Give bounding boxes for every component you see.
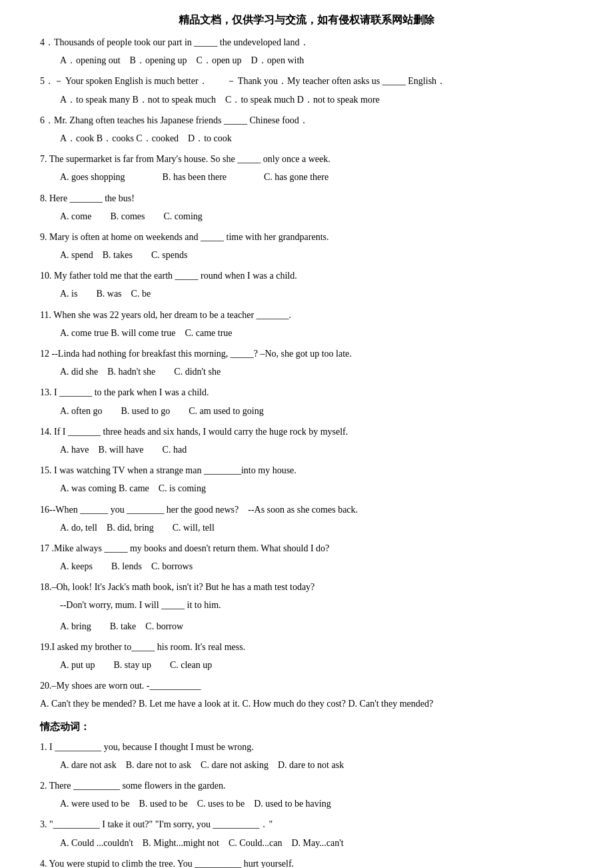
question-4: 4．Thousands of people took our part in _… bbox=[40, 34, 573, 69]
question-9-options: A. spend B. takes C. spends bbox=[60, 247, 573, 263]
s2-question-3-options: A. Could ...couldn't B. Might...might no… bbox=[60, 835, 573, 851]
s2-question-2-options: A. were used to be B. used to be C. uses… bbox=[60, 795, 573, 812]
question-14-text: 14. If I _______ three heads and six han… bbox=[40, 423, 573, 440]
question-5: 5．－ Your spoken English is much better． … bbox=[40, 73, 573, 107]
question-13-text: 13. I _______ to the park when I was a c… bbox=[40, 384, 573, 401]
s2-question-3-text: 3. "__________ I take it out?" "I'm sorr… bbox=[40, 816, 573, 833]
question-18: 18.–Oh, look! It's Jack's math book, isn… bbox=[40, 579, 573, 635]
question-9-text: 9. Mary is often at home on weekends and… bbox=[40, 229, 573, 245]
question-12: 12 --Linda had nothing for breakfast thi… bbox=[40, 345, 573, 380]
question-18-text: 18.–Oh, look! It's Jack's math book, isn… bbox=[40, 579, 573, 595]
question-7-options: A. goes shopping B. has been there C. ha… bbox=[60, 169, 573, 185]
question-14: 14. If I _______ three heads and six han… bbox=[40, 423, 573, 458]
question-18-sub: --Don't worry, mum. I will _____ it to h… bbox=[60, 597, 573, 613]
question-4-text: 4．Thousands of people took our part in _… bbox=[40, 34, 573, 51]
question-8-text: 8. Here _______ the bus! bbox=[40, 190, 573, 207]
question-10-options: A. is B. was C. be bbox=[60, 285, 573, 302]
question-5-text: 5．－ Your spoken English is much better． … bbox=[40, 73, 573, 89]
question-4-options: A．opening out B．opening up C．open up D．o… bbox=[60, 52, 573, 69]
question-20-options: A. Can't they be mended? B. Let me have … bbox=[40, 695, 573, 712]
question-16-options: A. do, tell B. did, bring C. will, tell bbox=[60, 519, 573, 536]
question-17-options: A. keeps B. lends C. borrows bbox=[60, 558, 573, 575]
question-11-options: A. come true B. will come true C. came t… bbox=[60, 325, 573, 341]
question-6-options: A．cook B．cooks C．cooked D．to cook bbox=[60, 130, 573, 147]
question-7-text: 7. The supermarket is far from Mary's ho… bbox=[40, 151, 573, 167]
s2-question-1-options: A. dare not ask B. dare not to ask C. da… bbox=[60, 757, 573, 773]
question-12-options: A. did she B. hadn't she C. didn't she bbox=[60, 363, 573, 380]
question-20: 20.–My shoes are worn out. -___________ … bbox=[40, 677, 573, 712]
question-20-text: 20.–My shoes are worn out. -___________ bbox=[40, 677, 573, 694]
s2-question-1: 1. I __________ you, because I thought I… bbox=[40, 739, 573, 773]
question-19: 19.I asked my brother to_____ his room. … bbox=[40, 639, 573, 673]
question-15: 15. I was watching TV when a strange man… bbox=[40, 462, 573, 497]
question-6-text: 6．Mr. Zhang often teaches his Japanese f… bbox=[40, 112, 573, 129]
question-15-text: 15. I was watching TV when a strange man… bbox=[40, 462, 573, 479]
question-10: 10. My father told me that the earth ___… bbox=[40, 267, 573, 302]
question-18-options: A. bring B. take C. borrow bbox=[60, 618, 573, 635]
question-12-text: 12 --Linda had nothing for breakfast thi… bbox=[40, 345, 573, 362]
section2-title: 情态动词： bbox=[40, 718, 573, 736]
question-11: 11. When she was 22 years old, her dream… bbox=[40, 307, 573, 341]
watermark-text: 精品文档，仅供学习与交流，如有侵权请联系网站删除 bbox=[40, 13, 573, 27]
question-11-text: 11. When she was 22 years old, her dream… bbox=[40, 307, 573, 323]
question-6: 6．Mr. Zhang often teaches his Japanese f… bbox=[40, 112, 573, 147]
question-16-text: 16--When ______ you ________ her the goo… bbox=[40, 501, 573, 518]
s2-question-3: 3. "__________ I take it out?" "I'm sorr… bbox=[40, 816, 573, 851]
question-19-text: 19.I asked my brother to_____ his room. … bbox=[40, 639, 573, 655]
question-15-options: A. was coming B. came C. is coming bbox=[60, 480, 573, 497]
question-9: 9. Mary is often at home on weekends and… bbox=[40, 229, 573, 263]
question-13: 13. I _______ to the park when I was a c… bbox=[40, 384, 573, 419]
question-17-text: 17 .Mike always _____ my books and doesn… bbox=[40, 540, 573, 557]
s2-question-4: 4. You were stupid to climb the tree. Yo… bbox=[40, 855, 573, 868]
question-5-options: A．to speak many B．not to speak much C．to… bbox=[60, 91, 573, 108]
question-14-options: A. have B. will have C. had bbox=[60, 441, 573, 458]
main-content: 4．Thousands of people took our part in _… bbox=[40, 34, 573, 868]
question-19-options: A. put up B. stay up C. clean up bbox=[60, 657, 573, 673]
question-8: 8. Here _______ the bus! A. come B. come… bbox=[40, 190, 573, 225]
question-8-options: A. come B. comes C. coming bbox=[60, 208, 573, 225]
s2-question-4-text: 4. You were stupid to climb the tree. Yo… bbox=[40, 855, 573, 868]
s2-question-1-text: 1. I __________ you, because I thought I… bbox=[40, 739, 573, 755]
question-13-options: A. often go B. used to go C. am used to … bbox=[60, 403, 573, 419]
s2-question-2-text: 2. There __________ some flowers in the … bbox=[40, 777, 573, 794]
question-17: 17 .Mike always _____ my books and doesn… bbox=[40, 540, 573, 575]
s2-question-2: 2. There __________ some flowers in the … bbox=[40, 777, 573, 812]
question-10-text: 10. My father told me that the earth ___… bbox=[40, 267, 573, 284]
question-7: 7. The supermarket is far from Mary's ho… bbox=[40, 151, 573, 185]
question-16: 16--When ______ you ________ her the goo… bbox=[40, 501, 573, 536]
